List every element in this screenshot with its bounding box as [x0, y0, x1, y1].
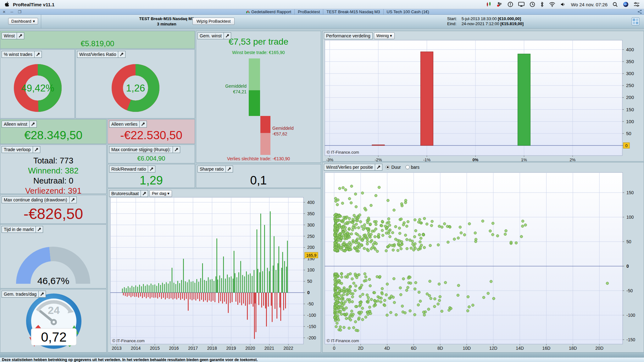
wrench-icon[interactable]	[148, 166, 155, 173]
wrench-icon[interactable]	[226, 166, 233, 173]
wrench-icon[interactable]	[35, 51, 42, 58]
panel-gem-winst-label: Gem. winst	[197, 32, 224, 39]
svg-text:1%: 1%	[521, 157, 527, 162]
panel-wv-ratio: Winst/Verlies Ratio 1,26	[75, 49, 195, 118]
wrench-icon[interactable]	[30, 121, 37, 128]
window-tabbar: ✕ ─ ❐ Gedetailleerd Rapport ProBacktest …	[0, 9, 644, 15]
help-circle-icon[interactable]	[508, 2, 513, 7]
svg-text:2020: 2020	[245, 346, 255, 351]
bottom-strip	[0, 353, 644, 357]
app-name[interactable]: ProRealTime v11.1	[13, 2, 54, 7]
svg-text:-150: -150	[307, 324, 316, 329]
wrench-icon[interactable]	[69, 196, 77, 203]
sharpe-value: 0,1	[196, 174, 321, 187]
share-icon[interactable]	[637, 9, 642, 15]
trade-verloop-row: Totaal: 773	[0, 156, 106, 166]
bars-radio[interactable]: bars	[405, 164, 419, 171]
gem-winst-bar-chart	[196, 31, 321, 162]
svg-text:350: 350	[307, 211, 315, 216]
performance-histogram-chart: -3%-2%-1%0%1%2%0501001502002503003504000…	[323, 31, 644, 161]
tab-gedetailleerd-rapport[interactable]: Gedetailleerd Rapport	[243, 9, 294, 14]
workspace-grid-icon[interactable]	[631, 17, 640, 26]
chevron-down-icon: ▾	[33, 19, 35, 24]
svg-text:150: 150	[626, 190, 634, 195]
svg-text:0%: 0%	[473, 157, 479, 162]
menubar-clock[interactable]: Wo 24 nov. 07:26	[571, 2, 608, 7]
svg-text:2022: 2022	[283, 346, 293, 351]
wrench-icon[interactable]	[141, 190, 148, 197]
chevron-down-icon: ▾	[390, 33, 392, 38]
panel-alleen-winst-label: Alleen winst	[2, 121, 30, 128]
disclaimer-text: Deze statistieken hebben betrekking op g…	[2, 358, 258, 362]
duur-radio[interactable]: Duur	[386, 164, 401, 171]
per-dag-dropdown[interactable]: Per dag ▾	[149, 190, 172, 197]
svg-text:© IT-Finance.com: © IT-Finance.com	[327, 150, 359, 155]
volume-icon[interactable]	[560, 2, 566, 7]
wv-ratio-donut-chart: 1,26	[76, 50, 195, 118]
panel-trade-verloop-label: Trade verloop	[2, 146, 33, 153]
dashboard-dropdown[interactable]: Dashboard▾	[8, 18, 38, 25]
siri-icon[interactable]	[623, 2, 629, 7]
display-icon[interactable]	[518, 2, 525, 7]
wrench-icon[interactable]	[36, 226, 43, 233]
panel-drawdown-label: Max continue daling (drawdown)	[2, 196, 69, 203]
panel-performance-verdeling: Performance verdelingWeinig ▾ -3%-2%-1%0…	[322, 31, 644, 162]
wrench-icon[interactable]	[39, 291, 46, 298]
wijzig-probacktest-button[interactable]: Wijzig ProBacktest	[192, 18, 235, 25]
panel-runup: Max continue stijging (Runup): €6.004,90	[108, 145, 195, 163]
svg-text:165,9: 165,9	[306, 253, 317, 258]
dots-status-icon[interactable]	[497, 2, 502, 7]
macos-menubar: ProRealTime v11.1 Wo 24 nov. 07:26	[0, 0, 644, 9]
tab-test-break-m15[interactable]: TEST Break-M15 Nasdaq M3	[323, 9, 383, 14]
panel-pct-winst-trades: % winst trades 49,42%	[0, 49, 75, 118]
svg-text:300: 300	[307, 222, 315, 228]
weinig-dropdown[interactable]: Weinig ▾	[374, 32, 395, 39]
wrench-icon[interactable]	[118, 51, 125, 58]
svg-text:100: 100	[626, 119, 634, 124]
pct-winst-donut-chart: 49,42%	[0, 50, 75, 118]
wrench-icon[interactable]	[17, 32, 24, 39]
wrench-icon[interactable]	[224, 32, 231, 39]
svg-text:200: 200	[626, 95, 634, 100]
spotlight-icon[interactable]	[613, 2, 618, 7]
svg-text:2015: 2015	[150, 346, 160, 351]
svg-text:4D: 4D	[384, 346, 390, 351]
tijd-value: 46,67%	[0, 276, 106, 286]
svg-text:-3%: -3%	[326, 157, 334, 162]
svg-text:10D: 10D	[463, 346, 471, 351]
svg-text:1,26: 1,26	[126, 83, 145, 94]
tab-probacktest[interactable]: ProBacktest	[294, 9, 323, 14]
alleen-winst-value: €28.349,50	[0, 129, 106, 142]
svg-text:50: 50	[626, 131, 631, 136]
svg-text:-1%: -1%	[423, 157, 431, 162]
window-controls[interactable]: ✕ ─ ❐	[3, 10, 23, 14]
svg-text:350: 350	[626, 59, 634, 64]
wifi-icon[interactable]	[549, 2, 555, 7]
svg-text:250: 250	[307, 234, 315, 239]
panel-bruto-label: Brutoresultaat	[109, 190, 141, 197]
trades-per-day-clock-icon: 240,72	[0, 289, 106, 352]
wrench-icon[interactable]	[140, 121, 147, 128]
wrench-icon[interactable]	[173, 146, 180, 153]
radio-selected-icon	[386, 165, 390, 169]
panel-risk-reward: Risk/Reward ratio 1,29	[108, 164, 195, 188]
wrench-icon[interactable]	[375, 164, 382, 171]
time-machine-icon[interactable]	[530, 2, 535, 7]
svg-text:16D: 16D	[542, 346, 551, 351]
wrench-icon[interactable]	[33, 146, 40, 153]
svg-text:8D: 8D	[437, 346, 443, 351]
tab-us-tech-100[interactable]: US Tech 100 Cash (1€)	[383, 9, 432, 14]
panel-trade-verloop: Trade verloop Totaal: 773 Winnend: 382 N…	[0, 145, 107, 194]
svg-text:-150: -150	[626, 337, 635, 342]
panel-alleen-verlies: Alleen verlies -€22.530,50	[108, 119, 195, 144]
apple-menu-icon[interactable]	[4, 2, 9, 7]
panel-alleen-verlies-label: Alleen verlies	[109, 121, 140, 128]
svg-text:50: 50	[626, 239, 631, 244]
winst-value: €5.819,00	[0, 39, 195, 48]
svg-text:49,42%: 49,42%	[21, 83, 54, 94]
panel-risk-reward-label: Risk/Reward ratio	[109, 166, 148, 173]
control-center-icon[interactable]	[634, 2, 640, 7]
candlestick-status-icon[interactable]	[486, 2, 491, 7]
bluetooth-icon[interactable]	[540, 2, 544, 7]
svg-text:-2%: -2%	[375, 157, 382, 162]
